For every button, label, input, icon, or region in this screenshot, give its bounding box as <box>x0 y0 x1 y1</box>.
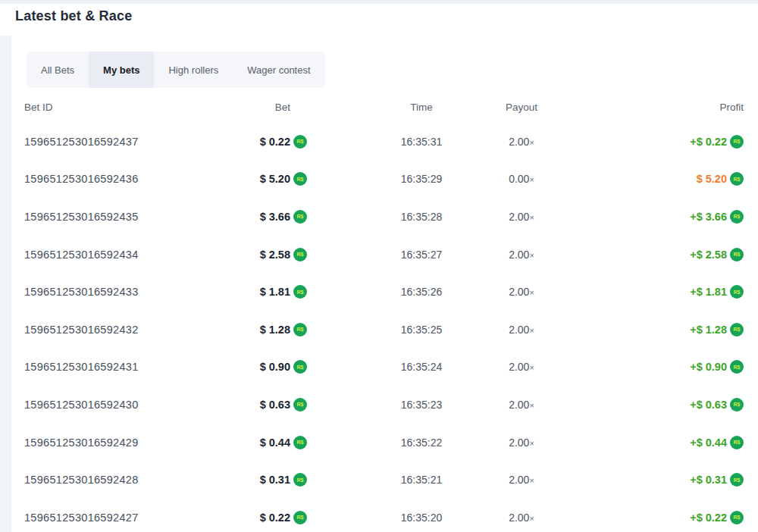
multiplier-x-symbol: × <box>529 251 534 260</box>
bet-amount: $ 3.66 <box>260 211 290 223</box>
currency-icon: R$ <box>730 210 744 224</box>
table-row[interactable]: 159651253016592431 $ 0.90 R$ 16:35:24 2.… <box>11 349 758 386</box>
currency-icon: R$ <box>293 172 307 186</box>
bet-amount: $ 0.31 <box>260 474 290 486</box>
profit-cell: +$ 0.22 R$ <box>567 135 744 149</box>
bet-id-cell: 159651253016592434 <box>24 249 231 261</box>
currency-icon: R$ <box>730 135 744 149</box>
profit-amount: +$ 0.44 <box>690 437 727 449</box>
time-cell: 16:35:28 <box>381 211 462 223</box>
profit-cell: $ 5.20 R$ <box>567 172 744 186</box>
profit-amount: +$ 1.28 <box>690 324 727 336</box>
table-row[interactable]: 159651253016592436 $ 5.20 R$ 16:35:29 0.… <box>11 161 758 199</box>
bet-amount: $ 5.20 <box>260 173 290 185</box>
payout-cell: 2.00× <box>476 361 567 373</box>
payout-cell: 2.00× <box>476 512 567 524</box>
table-row[interactable]: 159651253016592427 $ 0.22 R$ 16:35:20 2.… <box>11 499 758 532</box>
time-cell: 16:35:25 <box>381 324 462 336</box>
bet-id-cell: 159651253016592430 <box>24 399 231 411</box>
column-header-time: Time <box>381 102 462 113</box>
currency-icon: R$ <box>293 323 307 336</box>
currency-icon: R$ <box>293 285 307 299</box>
multiplier-x-symbol: × <box>529 213 534 222</box>
time-cell: 16:35:27 <box>381 249 462 261</box>
currency-icon: R$ <box>293 473 307 487</box>
currency-icon: R$ <box>730 360 744 374</box>
bet-amount: $ 0.63 <box>260 399 290 411</box>
multiplier-x-symbol: × <box>529 175 534 184</box>
profit-cell: +$ 1.28 R$ <box>567 323 744 336</box>
currency-icon: R$ <box>293 360 307 374</box>
time-cell: 16:35:23 <box>381 399 462 411</box>
multiplier-x-symbol: × <box>529 326 534 335</box>
bet-id-cell: 159651253016592432 <box>24 324 231 336</box>
multiplier-x-symbol: × <box>529 138 534 147</box>
currency-icon: R$ <box>730 511 744 524</box>
currency-icon: R$ <box>293 248 307 261</box>
tab-all-bets[interactable]: All Bets <box>27 52 89 88</box>
bet-id-cell: 159651253016592437 <box>24 136 231 148</box>
time-cell: 16:35:22 <box>381 437 462 449</box>
bet-id-cell: 159651253016592435 <box>24 211 231 223</box>
payout-cell: 2.00× <box>476 437 567 449</box>
payout-cell: 0.00× <box>476 173 567 185</box>
payout-cell: 2.00× <box>476 399 567 411</box>
payout-multiplier: 2.00 <box>509 324 529 336</box>
profit-cell: +$ 3.66 R$ <box>567 210 744 224</box>
payout-multiplier: 2.00 <box>509 361 529 373</box>
table-row[interactable]: 159651253016592430 $ 0.63 R$ 16:35:23 2.… <box>11 386 758 424</box>
tab-my-bets[interactable]: My bets <box>89 52 154 88</box>
payout-cell: 2.00× <box>476 324 567 336</box>
bet-amount: $ 2.58 <box>260 249 290 261</box>
currency-icon: R$ <box>730 473 744 487</box>
payout-cell: 2.00× <box>476 249 567 261</box>
currency-icon: R$ <box>730 248 744 261</box>
profit-cell: +$ 1.81 R$ <box>567 285 744 299</box>
profit-amount: +$ 0.90 <box>690 361 727 373</box>
bet-amount-cell: $ 1.81 R$ <box>231 285 307 299</box>
profit-cell: +$ 2.58 R$ <box>567 248 744 261</box>
bet-amount-cell: $ 0.22 R$ <box>231 511 307 524</box>
bet-amount-cell: $ 2.58 R$ <box>231 248 307 261</box>
table-row[interactable]: 159651253016592437 $ 0.22 R$ 16:35:31 2.… <box>11 123 758 161</box>
payout-multiplier: 2.00 <box>509 474 529 486</box>
payout-multiplier: 2.00 <box>509 211 529 223</box>
table-row[interactable]: 159651253016592432 $ 1.28 R$ 16:35:25 2.… <box>11 311 758 349</box>
bet-id-cell: 159651253016592429 <box>24 437 231 449</box>
profit-amount: $ 5.20 <box>697 173 727 185</box>
profit-cell: +$ 0.44 R$ <box>567 436 744 449</box>
time-cell: 16:35:24 <box>381 361 462 373</box>
bets-tab-bar: All Bets My bets High rollers Wager cont… <box>27 52 325 88</box>
multiplier-x-symbol: × <box>529 476 534 485</box>
time-cell: 16:35:31 <box>381 136 462 148</box>
table-row[interactable]: 159651253016592428 $ 0.31 R$ 16:35:21 2.… <box>11 461 758 499</box>
bet-id-cell: 159651253016592428 <box>24 474 231 486</box>
table-row[interactable]: 159651253016592434 $ 2.58 R$ 16:35:27 2.… <box>11 236 758 274</box>
profit-amount: +$ 0.22 <box>690 512 727 524</box>
payout-multiplier: 2.00 <box>509 512 529 524</box>
tab-wager-contest[interactable]: Wager contest <box>233 52 324 88</box>
latest-bets-panel: All Bets My bets High rollers Wager cont… <box>11 36 758 532</box>
bet-amount: $ 0.22 <box>260 512 290 524</box>
currency-icon: R$ <box>293 436 307 449</box>
bet-amount-cell: $ 1.28 R$ <box>231 323 307 336</box>
bet-amount: $ 1.81 <box>260 286 290 298</box>
payout-multiplier: 2.00 <box>509 286 529 298</box>
column-header-payout: Payout <box>476 102 567 113</box>
tab-high-rollers[interactable]: High rollers <box>154 52 233 88</box>
bet-id-cell: 159651253016592431 <box>24 361 231 373</box>
profit-amount: +$ 0.63 <box>690 399 727 411</box>
column-header-bet-id: Bet ID <box>24 102 231 113</box>
table-row[interactable]: 159651253016592429 $ 0.44 R$ 16:35:22 2.… <box>11 424 758 462</box>
bet-amount: $ 0.90 <box>260 361 290 373</box>
page-title: Latest bet & Race <box>15 8 132 24</box>
currency-icon: R$ <box>730 436 744 449</box>
multiplier-x-symbol: × <box>529 363 534 372</box>
page-left-gutter <box>0 36 11 532</box>
page-top-edge <box>0 0 758 4</box>
bet-id-cell: 159651253016592427 <box>24 512 231 524</box>
table-row[interactable]: 159651253016592435 $ 3.66 R$ 16:35:28 2.… <box>11 198 758 236</box>
bet-amount-cell: $ 0.44 R$ <box>231 436 307 449</box>
payout-multiplier: 2.00 <box>509 136 529 148</box>
table-row[interactable]: 159651253016592433 $ 1.81 R$ 16:35:26 2.… <box>11 273 758 311</box>
